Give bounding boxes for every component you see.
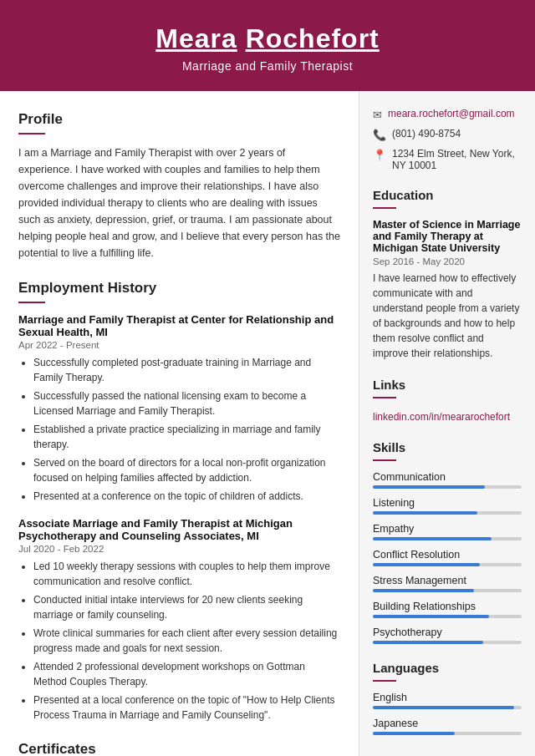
certificates-section: Certificates Licensed Marriage and Famil… [18, 741, 340, 756]
skill-bar-bg [373, 511, 522, 515]
skill-psychotherapy: Psychotherapy [373, 627, 522, 644]
skill-bar-bg [373, 563, 522, 566]
languages-divider [373, 680, 396, 682]
profile-section: Profile I am a Marriage and Family Thera… [18, 111, 340, 261]
email-link[interactable]: meara.rochefort@gmail.com [388, 108, 515, 119]
contact-section: ✉ meara.rochefort@gmail.com 📞 (801) 490-… [373, 108, 522, 171]
email-icon: ✉ [373, 109, 382, 121]
lang-name: English [373, 692, 522, 703]
edu-description: I have learned how to effectively commun… [373, 271, 522, 361]
first-name: Meara [155, 23, 237, 53]
address-text: 1234 Elm Street, New York, NY 10001 [392, 148, 522, 171]
skill-name: Communication [373, 471, 522, 483]
skill-bar-bg [373, 615, 522, 618]
skill-bar-bg [373, 485, 522, 489]
main-content: Profile I am a Marriage and Family Thera… [0, 91, 535, 756]
lang-japanese: Japanese [373, 718, 522, 735]
skill-building-relationships: Building Relationships [373, 601, 522, 618]
contact-phone: 📞 (801) 490-8754 [373, 128, 522, 141]
lang-english: English [373, 692, 522, 709]
skill-name: Stress Management [373, 575, 522, 586]
profile-text: I am a Marriage and Family Therapist wit… [18, 145, 340, 261]
edu-degree: Master of Science in Marriage and Family… [373, 219, 522, 254]
links-heading: Links [373, 378, 522, 392]
full-name: Meara Rochefort [17, 23, 518, 54]
skill-bar-bg [373, 537, 522, 540]
profile-heading: Profile [18, 111, 340, 128]
job-date-1: Apr 2022 - Present [18, 340, 340, 350]
skills-heading: Skills [373, 440, 522, 454]
lang-bar-bg [373, 706, 522, 709]
lang-bar-bg [373, 732, 522, 735]
job-entry-1: Marriage and Family Therapist at Center … [18, 313, 340, 504]
employment-heading: Employment History [18, 280, 340, 297]
skill-name: Listening [373, 497, 522, 509]
job-bullets-2: Led 10 weekly therapy sessions with coup… [18, 559, 340, 723]
lang-bar-fill [373, 706, 514, 709]
skill-name: Conflict Resolution [373, 549, 522, 561]
employment-section: Employment History Marriage and Family T… [18, 280, 340, 723]
job-title-1: Marriage and Family Therapist at Center … [18, 313, 340, 338]
header: Meara Rochefort Marriage and Family Ther… [0, 0, 535, 91]
skill-bar-fill [373, 589, 474, 592]
skills-divider [373, 459, 396, 461]
job-bullets-1: Successfully completed post-graduate tra… [18, 355, 340, 504]
skill-empathy: Empathy [373, 523, 522, 540]
education-divider [373, 207, 396, 209]
left-column: Profile I am a Marriage and Family Thera… [0, 91, 359, 756]
skill-bar-bg [373, 641, 522, 644]
skill-bar-fill [373, 511, 477, 515]
education-section: Education Master of Science in Marriage … [373, 188, 522, 361]
skill-conflict-resolution: Conflict Resolution [373, 549, 522, 566]
lang-bar-fill [373, 732, 455, 735]
job-date-2: Jul 2020 - Feb 2022 [18, 544, 340, 554]
last-name: Rochefort [246, 23, 380, 53]
right-column: ✉ meara.rochefort@gmail.com 📞 (801) 490-… [359, 91, 535, 756]
location-icon: 📍 [373, 149, 386, 161]
lang-name: Japanese [373, 718, 522, 729]
list-item: Presented at a local conference on the t… [33, 693, 340, 723]
contact-address: 📍 1234 Elm Street, New York, NY 10001 [373, 148, 522, 171]
list-item: Wrote clinical summaries for each client… [33, 626, 340, 656]
profile-divider [18, 133, 45, 134]
list-item: Presented at a conference on the topic o… [33, 489, 340, 504]
linkedin-link[interactable]: linkedin.com/in/meararochefort [373, 411, 510, 423]
skill-stress-management: Stress Management [373, 575, 522, 592]
certificates-heading: Certificates [18, 741, 340, 756]
phone-icon: 📞 [373, 129, 386, 141]
languages-heading: Languages [373, 661, 522, 675]
skill-communication: Communication [373, 471, 522, 489]
resume-page: Meara Rochefort Marriage and Family Ther… [0, 0, 535, 756]
edu-dates: Sep 2016 - May 2020 [373, 256, 522, 266]
links-divider [373, 397, 396, 398]
job-entry-2: Associate Marriage and Family Therapist … [18, 517, 340, 723]
skill-bar-fill [373, 563, 480, 566]
skill-listening: Listening [373, 497, 522, 515]
job-title: Marriage and Family Therapist [17, 59, 518, 73]
skill-name: Empathy [373, 523, 522, 535]
job-title-2: Associate Marriage and Family Therapist … [18, 517, 340, 542]
skills-section: Skills Communication Listening Empathy [373, 440, 522, 644]
languages-section: Languages English Japanese [373, 661, 522, 735]
skill-bar-bg [373, 589, 522, 592]
list-item: Led 10 weekly therapy sessions with coup… [33, 559, 340, 589]
contact-email: ✉ meara.rochefort@gmail.com [373, 108, 522, 121]
skill-name: Psychotherapy [373, 627, 522, 638]
list-item: Conducted initial intake interviews for … [33, 592, 340, 622]
education-heading: Education [373, 188, 522, 202]
skill-bar-fill [373, 485, 485, 489]
list-item: Successfully passed the national licensi… [33, 388, 340, 419]
skill-bar-fill [373, 641, 483, 644]
skill-bar-fill [373, 537, 492, 540]
list-item: Established a private practice specializ… [33, 422, 340, 452]
list-item: Served on the board of directors for a l… [33, 455, 340, 485]
skill-bar-fill [373, 615, 489, 618]
links-section: Links linkedin.com/in/meararochefort [373, 378, 522, 424]
phone-number: (801) 490-8754 [392, 128, 461, 140]
list-item: Attended 2 professional development work… [33, 659, 340, 689]
employment-divider [18, 302, 45, 303]
skill-name: Building Relationships [373, 601, 522, 612]
list-item: Successfully completed post-graduate tra… [33, 355, 340, 385]
